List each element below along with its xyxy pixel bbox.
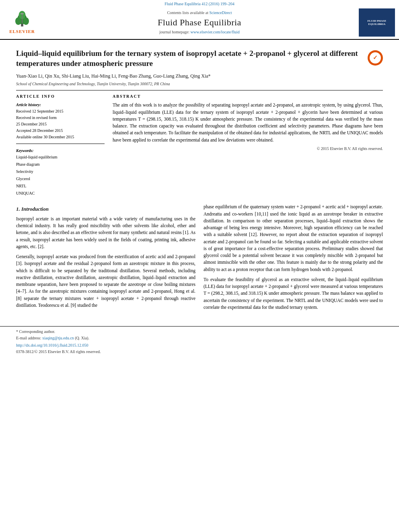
received-date: Received 12 September 2015 [16, 108, 105, 115]
intro-para2: Generally, isopropyl acetate was produce… [16, 253, 195, 309]
accepted-date: Accepted 28 December 2015 [16, 127, 105, 134]
copyright-line: © 2015 Elsevier B.V. All rights reserved… [113, 146, 383, 152]
article-title-block: Liquid–liquid equilibrium for the ternar… [16, 49, 383, 68]
journal-logo-box: FLUID PHASE EQUILIBRIA [359, 8, 395, 37]
elsevier-tree-icon [8, 10, 36, 28]
article-info-block: Article history: Received 12 September 2… [16, 102, 105, 140]
article-content: Liquid–liquid equilibrium for the ternar… [0, 40, 399, 322]
homepage-url[interactable]: www.elsevier.com/locate/fluid [191, 30, 240, 34]
article-title-text: Liquid–liquid equilibrium for the ternar… [16, 49, 368, 68]
authors: Yuan-Xiao Li, Qin Xu, Shi-Liang Liu, Hai… [16, 72, 383, 80]
body-col-left: 1. Introduction Isopropyl acetate is an … [16, 203, 195, 314]
email-footnote: E-mail address: xiaqing@tju.edu.cn (Q. X… [16, 335, 383, 341]
keywords-divider [16, 144, 105, 144]
abstract-heading: ABSTRACT [113, 94, 383, 99]
body-columns: 1. Introduction Isopropyl acetate is an … [16, 203, 383, 314]
journal-top-bar: ELSEVIER Contents lists available at Sci… [0, 7, 399, 37]
email-suffix: (Q. Xia). [75, 336, 89, 340]
keyword-item: Liquid-liquid equilibrium [16, 154, 105, 161]
keyword-item: Glycerol [16, 175, 105, 183]
abstract-column: ABSTRACT The aim of this work is to anal… [113, 94, 383, 197]
affiliation: School of Chemical Engineering and Techn… [16, 81, 383, 87]
intro-heading: 1. Introduction [16, 205, 195, 213]
keyword-item: NRTL [16, 183, 105, 190]
doi-link[interactable]: http://dx.doi.org/10.1016/j.fluid.2015.1… [16, 343, 383, 348]
page-footer: * Corresponding author. E-mail address: … [0, 326, 399, 357]
issn-line: 0378-3812/© 2015 Elsevier B.V. All right… [16, 349, 383, 355]
keyword-item: Selectivity [16, 168, 105, 175]
email-label: E-mail address: [16, 336, 41, 340]
keyword-item: UNIQUAC [16, 190, 105, 197]
keywords-block: Keywords: Liquid-liquid equilibriumPhase… [16, 148, 105, 197]
logo-box-text: FLUID PHASE EQUILIBRIA [360, 19, 393, 26]
keywords-list: Liquid-liquid equilibriumPhase diagramSe… [16, 154, 105, 197]
history-label: Article history: [16, 102, 105, 108]
revised-label: Received in revised form [16, 115, 105, 121]
corresponding-author: * Corresponding author. [16, 329, 383, 335]
email-address: xiaqing@tju.edu.cn [42, 336, 74, 340]
article-info-heading: ARTICLE INFO [16, 94, 105, 99]
article-divider [16, 90, 383, 90]
svg-rect-5 [22, 14, 23, 24]
citation-text: Fluid Phase Equilibria 412 (2016) 199–20… [165, 2, 234, 6]
svg-rect-6 [21, 13, 24, 14]
keywords-label: Keywords: [16, 148, 105, 154]
contents-line: Contents lists available at ScienceDirec… [48, 10, 351, 16]
sciencedirect-link[interactable]: ScienceDirect [209, 10, 232, 15]
journal-center: Contents lists available at ScienceDirec… [40, 10, 359, 35]
crossmark-badge: ✓ [368, 50, 383, 66]
available-date: Available online 30 December 2015 [16, 134, 105, 140]
info-abstract-columns: ARTICLE INFO Article history: Received 1… [16, 94, 383, 197]
revised-date: 25 December 2015 [16, 121, 105, 127]
keyword-item: Phase diagram [16, 161, 105, 168]
journal-title: Fluid Phase Equilibria [48, 16, 351, 29]
intro-para3: phase equilibrium of the quaternary syst… [204, 203, 383, 273]
crossmark-icon: ✓ [370, 52, 381, 64]
article-info-column: ARTICLE INFO Article history: Received 1… [16, 94, 105, 197]
intro-para4: To evaluate the feasibility of glycerol … [204, 276, 383, 311]
journal-homepage: journal homepage: www.elsevier.com/locat… [48, 29, 351, 35]
journal-header: Fluid Phase Equilibria 412 (2016) 199–20… [0, 0, 399, 40]
abstract-text: The aim of this work is to analyze the p… [113, 102, 383, 144]
page: Fluid Phase Equilibria 412 (2016) 199–20… [0, 0, 399, 532]
citation-bar: Fluid Phase Equilibria 412 (2016) 199–20… [0, 0, 399, 7]
elsevier-logo: ELSEVIER [4, 10, 40, 35]
body-col-right: phase equilibrium of the quaternary syst… [204, 203, 383, 314]
elsevier-label: ELSEVIER [9, 29, 35, 35]
intro-para1: Isopropyl acetate is an important materi… [16, 216, 195, 250]
